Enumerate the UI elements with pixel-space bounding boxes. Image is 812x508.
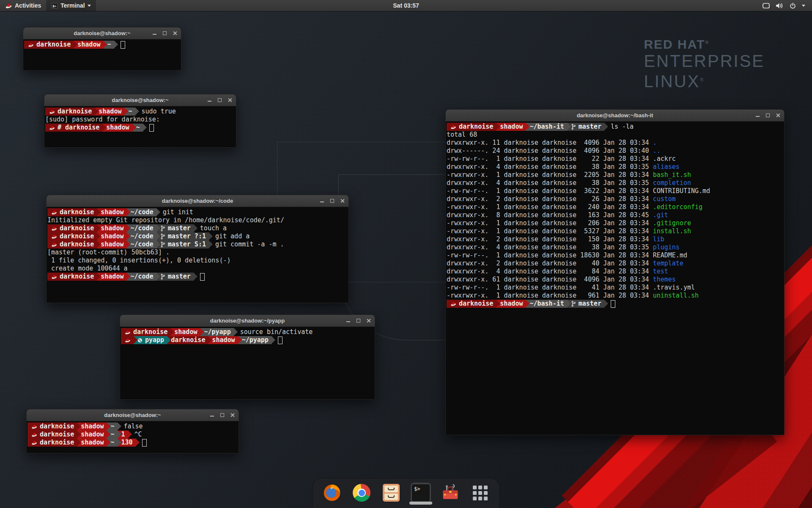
minimize-button[interactable] xyxy=(210,413,214,417)
window-title: darknoise@shadow:~ xyxy=(104,412,161,418)
command-text: touch a xyxy=(200,224,227,232)
terminal-content[interactable]: darknoiseshadow~/codegit initInitialized… xyxy=(47,207,348,281)
window-titlebar[interactable]: darknoise@shadow:~ xyxy=(23,28,181,39)
chevron-down-icon[interactable] xyxy=(802,5,805,7)
terminal-content[interactable]: darknoiseshadow~ xyxy=(23,39,181,49)
maximize-button[interactable] xyxy=(765,113,770,118)
command-text: source bin/activate xyxy=(240,328,313,336)
branch-icon xyxy=(571,301,576,307)
prompt-line: darknoiseshadow~/codemaster S:1git commi… xyxy=(47,240,348,248)
minimize-button[interactable] xyxy=(320,199,324,203)
command-text: git add a xyxy=(215,232,250,240)
terminal-mini-icon: $> xyxy=(51,3,58,8)
clock[interactable]: Sat 03:57 xyxy=(393,0,419,11)
firefox-icon[interactable] xyxy=(322,483,342,503)
maximize-button[interactable] xyxy=(330,199,335,203)
minimize-button[interactable] xyxy=(346,318,351,323)
terminal-icon[interactable]: $> xyxy=(411,483,431,503)
prompt-segment: ~/pyapp xyxy=(238,336,272,344)
close-button[interactable] xyxy=(230,413,235,417)
minimize-button[interactable] xyxy=(207,98,212,102)
maximize-button[interactable] xyxy=(162,31,167,36)
app-menu-terminal[interactable]: $> Terminal xyxy=(46,0,96,11)
command-text: git commit -a -m . xyxy=(215,240,284,248)
window-titlebar[interactable]: darknoise@shadow:~/bash-it xyxy=(446,110,784,121)
prompt-segment: darknoise xyxy=(47,240,97,248)
chrome-icon[interactable] xyxy=(351,483,372,503)
prompt-line: darknoiseshadow~1^C xyxy=(27,431,238,439)
prompt-line: pyappdarknoiseshadow~/pyapp xyxy=(121,336,374,344)
terminal-cursor xyxy=(142,439,147,447)
hat-icon xyxy=(51,234,57,239)
prompt-segment: shadow xyxy=(97,224,126,232)
hat-icon xyxy=(28,42,34,47)
terminal-content[interactable]: darknoiseshadow~/pyappsource bin/activat… xyxy=(120,327,375,344)
maximize-button[interactable] xyxy=(217,98,222,102)
toolbox-icon[interactable] xyxy=(440,483,461,503)
window-titlebar[interactable]: darknoise@shadow:~ xyxy=(27,409,239,421)
prompt-segment: darknoise xyxy=(27,439,77,447)
minimize-button[interactable] xyxy=(755,113,760,118)
prompt-segment: shadow xyxy=(496,123,526,131)
window-buttons xyxy=(320,195,345,207)
prompt-segment: ~/code xyxy=(126,208,156,216)
close-button[interactable] xyxy=(173,31,177,36)
prompt-line: darknoiseshadow~/bash-itmaster xyxy=(447,300,783,308)
window-title: darknoise@shadow:~/bash-it xyxy=(577,112,653,119)
prompt-segment: darknoise xyxy=(24,41,74,49)
file-name: . xyxy=(653,139,657,146)
hat-icon xyxy=(51,242,57,247)
prompt-segment: shadow xyxy=(170,328,200,336)
prompt-segment: shadow xyxy=(77,422,107,431)
prompt-line: darknoiseshadow~130 xyxy=(27,439,238,447)
ls-output-line: drwxrwxr-x. 11 darknoise darknoise 4096 … xyxy=(447,139,783,147)
hat-icon xyxy=(31,440,37,445)
file-name: .gitignore xyxy=(653,219,691,227)
file-name: install.sh xyxy=(653,227,691,235)
prompt-line: darknoiseshadow~ xyxy=(24,41,180,49)
power-icon[interactable] xyxy=(790,3,796,9)
hat-icon xyxy=(51,210,57,215)
terminal-content[interactable]: darknoiseshadow~falsedarknoiseshadow~1^C… xyxy=(27,421,239,447)
hat-icon xyxy=(51,274,57,279)
prompt-segment: darknoise xyxy=(47,208,97,216)
window-titlebar[interactable]: darknoise@shadow:~/code xyxy=(47,195,348,207)
window-title: darknoise@shadow:~ xyxy=(74,30,130,36)
rhel-logo: RED HAT® ENTERPRISE LINUX® xyxy=(644,37,765,91)
file-name: test xyxy=(653,268,668,275)
close-button[interactable] xyxy=(366,318,371,323)
prompt-segment: shadow xyxy=(77,431,107,439)
terminal-content[interactable]: darknoiseshadow~/bash-itmasterls -latota… xyxy=(446,121,784,308)
files-icon[interactable] xyxy=(381,483,401,503)
ls-output-line: -rwxrwxr-x. 1 darknoise darknoise 206 Ja… xyxy=(447,219,783,227)
file-name: completion xyxy=(653,179,691,187)
prompt-segment: ~/bash-it xyxy=(526,300,567,308)
close-button[interactable] xyxy=(340,199,345,203)
prompt-segment xyxy=(121,336,134,344)
prompt-segment: darknoise xyxy=(121,328,170,336)
ls-output-line: drwxrwxr-x. 2 darknoise darknoise 26 Jan… xyxy=(447,195,783,203)
command-text: sudo true xyxy=(142,108,176,116)
maximize-button[interactable] xyxy=(220,413,225,417)
hat-icon xyxy=(450,124,456,130)
prompt-segment: ~/bash-it xyxy=(526,123,567,131)
ls-output-line: drwxrwxr-x. 4 darknoise darknoise 38 Jan… xyxy=(447,179,783,187)
terminal-output-line: [master (root-commit) 50bcb63] . xyxy=(47,248,348,257)
prompt-segment: ~/code xyxy=(126,232,156,240)
maximize-button[interactable] xyxy=(356,318,361,323)
activities-button[interactable]: Activities xyxy=(0,0,46,11)
minimize-button[interactable] xyxy=(152,31,157,36)
prompt-segment: darknoise xyxy=(47,224,97,232)
prompt-line: darknoiseshadow~/pyappsource bin/activat… xyxy=(121,328,374,336)
window-titlebar[interactable]: darknoise@shadow:~/pyapp xyxy=(120,315,375,327)
app-grid-icon[interactable] xyxy=(470,483,490,503)
display-icon[interactable] xyxy=(763,3,770,8)
prompt-line: darknoiseshadow~/codegit init xyxy=(47,208,348,216)
terminal-window-1: darknoise@shadow:~darknoiseshadow~ xyxy=(23,27,181,71)
volume-icon[interactable] xyxy=(776,3,784,9)
terminal-content[interactable]: darknoiseshadow~sudo true[sudo] password… xyxy=(44,106,236,132)
ls-output-line: -rw-rw-r--. 1 darknoise darknoise 41 Jan… xyxy=(447,284,783,292)
close-button[interactable] xyxy=(776,113,780,118)
close-button[interactable] xyxy=(228,98,232,102)
window-titlebar[interactable]: darknoise@shadow:~ xyxy=(44,94,236,106)
